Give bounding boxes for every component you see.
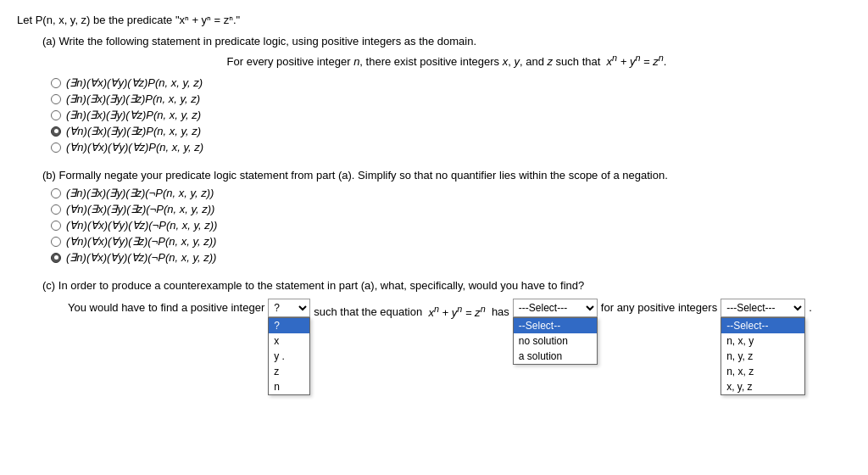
option-b1-text: (∃n)(∃x)(∃y)(∃z)(¬P(n, x, y, z)) — [66, 187, 214, 199]
part-b-label: (b) Formally negate your predicate logic… — [42, 169, 851, 182]
part-c-label: (c) In order to produce a counterexample… — [42, 279, 851, 292]
radio-a3[interactable] — [51, 110, 61, 120]
part-a: (a) Write the following statement in pre… — [17, 35, 851, 154]
option-a1-text: (∃n)(∀x)(∀y)(∀z)P(n, x, y, z) — [66, 76, 203, 89]
dropdown2-select[interactable]: ---Select--- no solution a solution — [513, 299, 598, 317]
problem-statement: Let P(n, x, y, z) be the predicate "xⁿ +… — [17, 14, 851, 26]
list-item[interactable]: (∀n)(∀x)(∀y)(∀z)(¬P(n, x, y, z)) — [51, 219, 851, 232]
radio-b4[interactable] — [51, 237, 61, 247]
list-item[interactable]: (∃n)(∃x)(∃y)(∃z)P(n, x, y, z) — [51, 92, 851, 105]
radio-a5[interactable] — [51, 142, 61, 153]
part-c: (c) In order to produce a counterexample… — [17, 279, 851, 321]
dropdown2-option-select[interactable]: --Select-- — [514, 318, 597, 333]
part-a-options: (∃n)(∀x)(∀y)(∀z)P(n, x, y, z) (∃n)(∃x)(∃… — [42, 76, 851, 154]
radio-a2[interactable] — [51, 94, 61, 104]
list-item[interactable]: (∃n)(∃x)(∃y)(∃z)(¬P(n, x, y, z)) — [51, 187, 851, 199]
dropdown1-option-y[interactable]: y . — [269, 349, 309, 364]
dropdown2-open: --Select-- no solution a solution — [513, 317, 598, 365]
dropdown1-open: ? x y . z n — [268, 317, 310, 395]
list-item[interactable]: (∀n)(∃x)(∃y)(∃z)(¬P(n, x, y, z)) — [51, 203, 851, 215]
part-a-statement: For every positive integer n, there exis… — [42, 53, 851, 68]
dropdown1-option-x[interactable]: x — [269, 333, 309, 349]
part-b: (b) Formally negate your predicate logic… — [17, 169, 851, 264]
part-c-row: You would have to find a positive intege… — [42, 299, 851, 321]
radio-b1[interactable] — [51, 188, 61, 198]
option-b4-text: (∀n)(∀x)(∀y)(∃z)(¬P(n, x, y, z)) — [66, 235, 216, 248]
dropdown1-option-question[interactable]: ? — [269, 318, 309, 333]
period: . — [809, 299, 812, 317]
dropdown1-option-z[interactable]: z — [269, 364, 309, 379]
list-item[interactable]: (∃n)(∃x)(∃y)(∀z)P(n, x, y, z) — [51, 109, 851, 121]
dropdown3-option-select[interactable]: --Select-- — [721, 318, 804, 333]
title-text: Let P(n, x, y, z) be the predicate "xⁿ +… — [17, 14, 851, 26]
list-item[interactable]: (∀n)(∀x)(∀y)(∀z)P(n, x, y, z) — [51, 141, 851, 154]
dropdown3-option-nyz[interactable]: n, y, z — [721, 349, 804, 364]
dropdown2-option-asolution[interactable]: a solution — [514, 349, 597, 364]
list-item[interactable]: (∀n)(∀x)(∀y)(∃z)(¬P(n, x, y, z)) — [51, 235, 851, 248]
dropdown3-option-xyz[interactable]: x, y, z — [721, 379, 804, 394]
dropdown3-option-nxz[interactable]: n, x, z — [721, 364, 804, 379]
radio-b5[interactable] — [51, 253, 61, 263]
option-b2-text: (∀n)(∃x)(∃y)(∃z)(¬P(n, x, y, z)) — [66, 203, 214, 215]
dropdown1-select[interactable]: ? x y. z n — [268, 299, 310, 317]
dropdown1-container: ? x y. z n ? x y . z n — [268, 299, 310, 317]
dropdown3-open: --Select-- n, x, y n, y, z n, x, z x, y,… — [721, 317, 805, 395]
option-a5-text: (∀n)(∀x)(∀y)(∀z)P(n, x, y, z) — [66, 141, 203, 154]
list-item[interactable]: (∃n)(∀x)(∀y)(∀z)(¬P(n, x, y, z)) — [51, 251, 851, 264]
row-text-3: for any positive integers — [601, 299, 717, 317]
option-b5-text: (∃n)(∀x)(∀y)(∀z)(¬P(n, x, y, z)) — [66, 251, 216, 264]
dropdown2-container: ---Select--- no solution a solution --Se… — [513, 299, 598, 317]
part-b-options: (∃n)(∃x)(∃y)(∃z)(¬P(n, x, y, z)) (∀n)(∃x… — [42, 187, 851, 264]
row-text-1: You would have to find a positive intege… — [68, 299, 264, 317]
dropdown3-option-nxy[interactable]: n, x, y — [721, 333, 804, 349]
part-a-label: (a) Write the following statement in pre… — [42, 35, 851, 48]
option-a2-text: (∃n)(∃x)(∃y)(∃z)P(n, x, y, z) — [66, 92, 200, 105]
option-a4-text: (∀n)(∃x)(∃y)(∃z)P(n, x, y, z) — [66, 125, 201, 137]
row-text-2: such that the equation xn + yn = zn has — [314, 299, 509, 321]
option-b3-text: (∀n)(∀x)(∀y)(∀z)(¬P(n, x, y, z)) — [66, 219, 217, 232]
radio-a1[interactable] — [51, 78, 61, 88]
dropdown2-option-nosolution[interactable]: no solution — [514, 333, 597, 349]
dropdown3-select[interactable]: ---Select--- n, x, y n, y, z n, x, z x, … — [721, 299, 805, 317]
dropdown3-container: ---Select--- n, x, y n, y, z n, x, z x, … — [721, 299, 805, 317]
list-item[interactable]: (∃n)(∀x)(∀y)(∀z)P(n, x, y, z) — [51, 76, 851, 89]
radio-b2[interactable] — [51, 204, 61, 215]
radio-b3[interactable] — [51, 221, 61, 231]
radio-a4[interactable] — [51, 126, 61, 137]
list-item[interactable]: (∀n)(∃x)(∃y)(∃z)P(n, x, y, z) — [51, 125, 851, 137]
dropdown1-option-n[interactable]: n — [269, 379, 309, 394]
option-a3-text: (∃n)(∃x)(∃y)(∀z)P(n, x, y, z) — [66, 109, 201, 121]
